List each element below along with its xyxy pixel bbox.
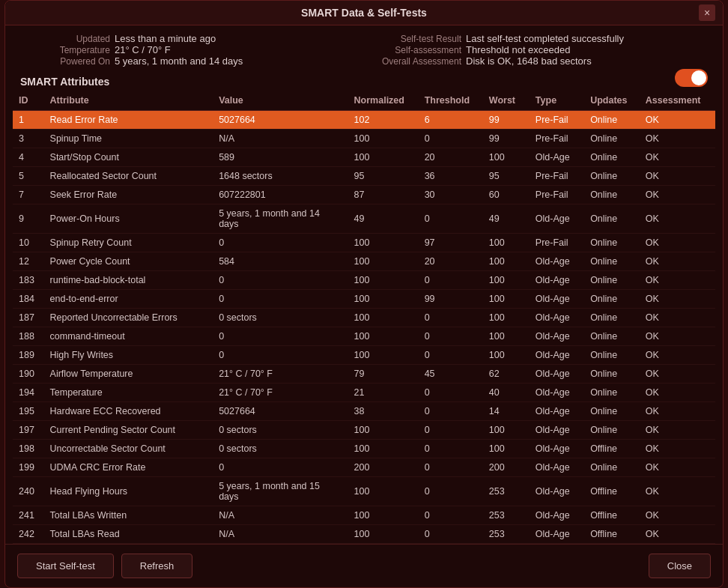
header-assessment: Assessment [640,91,715,111]
table-row[interactable]: 240Head Flying Hours5 years, 1 month and… [13,477,715,506]
cell-id: 194 [13,384,44,402]
self-test-toggle[interactable] [675,69,708,87]
table-row[interactable]: 242Total LBAs ReadN/A1000253Old-AgeOffli… [13,525,715,544]
cell-updates: Online [584,234,640,252]
cell-attribute: runtime-bad-block-total [44,271,213,290]
cell-id: 190 [13,365,44,384]
cell-assessment: OK [640,271,715,290]
cell-assessment: OK [640,402,715,421]
table-row[interactable]: 12Power Cycle Count58410020100Old-AgeOnl… [13,252,715,271]
cell-value: 5 years, 1 month and 15 days [213,477,348,506]
table-row[interactable]: 197Current Pending Sector Count0 sectors… [13,421,715,440]
cell-value: 0 sectors [213,440,348,458]
cell-id: 12 [13,252,44,271]
cell-attribute: UDMA CRC Error Rate [44,458,213,477]
table-row[interactable]: 3Spinup TimeN/A100099Pre-FailOnlineOK [13,130,715,148]
close-button[interactable]: Close [649,554,711,578]
table-row[interactable]: 190Airflow Temperature21° C / 70° F79456… [13,365,715,384]
smart-table-container[interactable]: ID Attribute Value Normalized Threshold … [13,91,715,544]
cell-assessment: OK [640,290,715,309]
cell-normalized: 100 [348,309,419,327]
cell-value: N/A [213,525,348,544]
cell-id: 241 [13,506,44,525]
table-row[interactable]: 188command-timeout01000100Old-AgeOnlineO… [13,327,715,346]
cell-id: 7 [13,186,44,204]
table-row[interactable]: 5Reallocated Sector Count1648 sectors953… [13,167,715,186]
header-normalized: Normalized [348,91,419,111]
table-row[interactable]: 1Read Error Rate5027664102699Pre-FailOnl… [13,111,715,130]
cell-id: 4 [13,148,44,167]
cell-worst: 49 [483,204,530,234]
table-row[interactable]: 241Total LBAs WrittenN/A1000253Old-AgeOf… [13,506,715,525]
cell-threshold: 20 [419,148,483,167]
table-row[interactable]: 10Spinup Retry Count010097100Pre-FailOnl… [13,234,715,252]
cell-id: 183 [13,271,44,290]
cell-value: 0 [213,271,348,290]
cell-type: Old-Age [530,525,584,544]
cell-threshold: 0 [419,421,483,440]
table-row[interactable]: 4Start/Stop Count58910020100Old-AgeOnlin… [13,148,715,167]
header-updates: Updates [584,91,640,111]
cell-type: Old-Age [530,384,584,402]
header-threshold: Threshold [419,91,483,111]
updated-label: Updated [20,34,110,44]
cell-id: 199 [13,458,44,477]
table-row[interactable]: 199UDMA CRC Error Rate02000200Old-AgeOnl… [13,458,715,477]
table-row[interactable]: 184end-to-end-error010099100Old-AgeOnlin… [13,290,715,309]
refresh-button[interactable]: Refresh [121,554,193,578]
cell-id: 187 [13,309,44,327]
cell-threshold: 0 [419,402,483,421]
table-row[interactable]: 7Seek Error Rate607222801873060Pre-FailO… [13,186,715,204]
toggle-knob [691,70,706,85]
cell-normalized: 102 [348,111,419,130]
table-row[interactable]: 194Temperature21° C / 70° F21040Old-AgeO… [13,384,715,402]
table-row[interactable]: 198Uncorrectable Sector Count0 sectors10… [13,440,715,458]
cell-assessment: OK [640,186,715,204]
cell-threshold: 97 [419,234,483,252]
self-assessment-row: Self-assessment Threshold not exceeded [371,44,663,55]
updated-row: Updated Less than a minute ago [20,33,357,44]
cell-attribute: Seek Error Rate [44,186,213,204]
cell-assessment: OK [640,130,715,148]
cell-assessment: OK [640,477,715,506]
cell-normalized: 100 [348,477,419,506]
table-row[interactable]: 183runtime-bad-block-total01000100Old-Ag… [13,271,715,290]
cell-id: 189 [13,346,44,365]
cell-worst: 99 [483,111,530,130]
table-row[interactable]: 187Reported Uncorrectable Errors0 sector… [13,309,715,327]
cell-type: Pre-Fail [530,186,584,204]
temperature-row: Temperature 21° C / 70° F [20,44,357,55]
cell-updates: Online [584,327,640,346]
cell-assessment: OK [640,365,715,384]
info-right: Self-test Result Last self-test complete… [371,33,708,67]
cell-updates: Offline [584,477,640,506]
cell-value: N/A [213,506,348,525]
table-row[interactable]: 189High Fly Writes01000100Old-AgeOnlineO… [13,346,715,365]
cell-normalized: 100 [348,440,419,458]
cell-type: Old-Age [530,271,584,290]
cell-updates: Offline [584,525,640,544]
smart-dialog: SMART Data & Self-Tests × Updated Less t… [4,0,724,588]
cell-threshold: 0 [419,525,483,544]
table-row[interactable]: 9Power-On Hours5 years, 1 month and 14 d… [13,204,715,234]
toggle-wrapper [675,69,708,87]
cell-normalized: 21 [348,384,419,402]
cell-updates: Online [584,421,640,440]
cell-value: 0 [213,458,348,477]
cell-type: Old-Age [530,346,584,365]
cell-worst: 100 [483,346,530,365]
cell-attribute: Airflow Temperature [44,365,213,384]
start-self-test-button[interactable]: Start Self-test [17,554,114,578]
header-id: ID [13,91,44,111]
cell-attribute: Temperature [44,384,213,402]
cell-assessment: OK [640,421,715,440]
window-close-button[interactable]: × [699,4,715,21]
cell-type: Pre-Fail [530,130,584,148]
cell-worst: 253 [483,506,530,525]
table-row[interactable]: 195Hardware ECC Recovered502766438014Old… [13,402,715,421]
cell-attribute: Spinup Retry Count [44,234,213,252]
cell-id: 242 [13,525,44,544]
cell-type: Pre-Fail [530,111,584,130]
cell-worst: 100 [483,440,530,458]
cell-normalized: 49 [348,204,419,234]
